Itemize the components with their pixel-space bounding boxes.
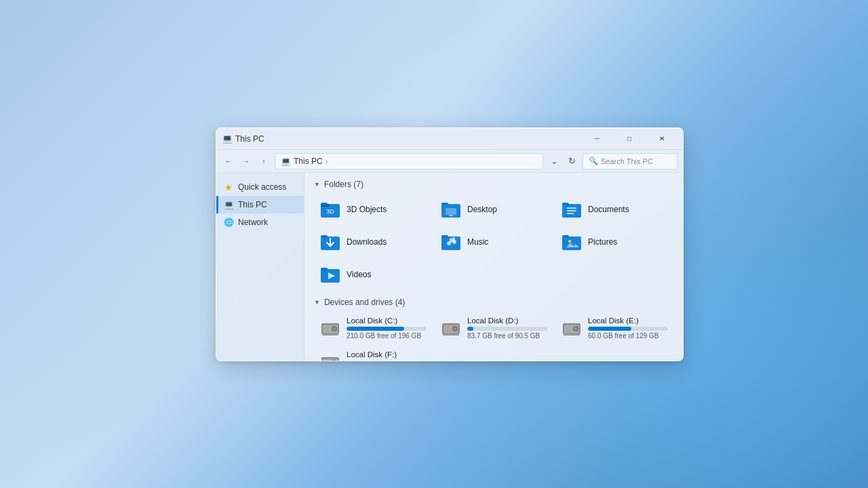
svg-rect-5	[441, 203, 448, 205]
minimize-button[interactable]: ─	[581, 129, 612, 149]
svg-point-18	[452, 240, 456, 244]
back-icon[interactable]: ←	[222, 155, 235, 168]
folders-chevron-icon: ▼	[314, 181, 320, 188]
folder-videos[interactable]: Videos	[314, 260, 432, 289]
folder-pictures[interactable]: Pictures	[555, 227, 673, 257]
drive-c-svg	[319, 318, 341, 340]
drive-d-label: Local Disk (D:)	[467, 317, 547, 325]
svg-rect-29	[322, 333, 338, 336]
folder-3dobjects-label: 3D Objects	[347, 205, 387, 214]
drives-grid: Local Disk (C:) 210.0 GB free of 196 GB	[314, 312, 673, 361]
folder-downloads-icon	[319, 231, 341, 253]
drive-f-svg	[319, 352, 341, 361]
folder-desktop[interactable]: Desktop	[435, 195, 553, 224]
svg-point-21	[568, 240, 571, 243]
folder-pictures-svg	[561, 231, 583, 253]
drive-d-free: 83.7 GB free of 90.5 GB	[467, 332, 547, 340]
svg-point-28	[333, 327, 336, 330]
folder-downloads[interactable]: Downloads	[314, 227, 432, 257]
svg-rect-11	[567, 210, 576, 211]
breadcrumb-root: This PC	[294, 157, 323, 166]
drive-e-svg	[561, 318, 583, 340]
sidebar-item-quick-access[interactable]: ★ Quick access	[216, 178, 304, 196]
sidebar-label-this-pc: This PC	[238, 200, 267, 209]
folder-videos-svg	[319, 264, 341, 285]
main-pane: ▼ Folders (7) 3D 3D Objects	[304, 173, 683, 361]
folders-section-header[interactable]: ▼ Folders (7)	[314, 180, 673, 189]
network-icon: 🌐	[223, 217, 234, 228]
drive-d-icon	[440, 318, 462, 340]
folder-music-label: Music	[467, 237, 488, 247]
drive-d-bar-container	[467, 327, 547, 331]
sidebar-label-network: Network	[238, 218, 268, 227]
drive-e-label: Local Disk (E:)	[588, 317, 668, 325]
up-icon[interactable]: ↑	[257, 155, 271, 168]
sidebar-item-this-pc[interactable]: 💻 This PC	[216, 196, 304, 214]
svg-rect-16	[441, 235, 448, 238]
svg-text:3D: 3D	[326, 208, 334, 215]
drives-section-label: Devices and drives (4)	[324, 298, 405, 307]
svg-rect-34	[443, 333, 459, 336]
breadcrumb[interactable]: 💻 This PC ›	[275, 153, 543, 169]
forward-icon[interactable]: →	[239, 155, 253, 168]
folder-music-svg	[440, 231, 462, 253]
title-bar: 💻 This PC ─ □ ✕	[216, 128, 683, 150]
drive-c-item[interactable]: Local Disk (C:) 210.0 GB free of 196 GB	[314, 312, 432, 344]
dropdown-icon[interactable]: ⌄	[547, 155, 561, 168]
folder-desktop-svg	[440, 199, 462, 220]
folder-downloads-label: Downloads	[347, 237, 387, 247]
folder-videos-label: Videos	[347, 270, 371, 279]
window-icon: 💻	[222, 134, 233, 144]
drive-d-item[interactable]: Local Disk (D:) 83.7 GB free of 90.5 GB	[435, 312, 553, 344]
drive-e-item[interactable]: Local Disk (E:) 60.0 GB free of 129 GB	[555, 312, 673, 344]
svg-rect-7	[449, 215, 453, 216]
drive-e-bar-fill	[588, 327, 631, 331]
folder-3dobjects[interactable]: 3D 3D Objects	[314, 195, 432, 224]
window-title: This PC	[235, 134, 264, 144]
content-area: ★ Quick access 💻 This PC 🌐 Network ▼ Fol…	[216, 173, 683, 361]
explorer-window: 💻 This PC ─ □ ✕ ← → ↑ 💻 This PC › ⌄ ↻ 🔍 …	[216, 127, 684, 361]
folder-documents[interactable]: Documents	[555, 195, 673, 224]
address-bar: ← → ↑ 💻 This PC › ⌄ ↻ 🔍 Search This PC	[216, 150, 683, 173]
sidebar-label-quick-access: Quick access	[238, 182, 286, 192]
svg-rect-14	[321, 235, 328, 238]
refresh-icon[interactable]: ↻	[565, 155, 578, 168]
this-pc-icon: 💻	[223, 199, 234, 210]
drives-section-header[interactable]: ▼ Devices and drives (4)	[314, 298, 673, 307]
folder-music-icon	[440, 231, 462, 253]
svg-rect-2	[321, 203, 328, 205]
drives-chevron-icon: ▼	[314, 299, 320, 306]
drive-c-bar-fill	[347, 327, 404, 331]
folders-grid: 3D 3D Objects Desktop	[314, 195, 673, 289]
search-bar[interactable]: 🔍 Search This PC	[583, 153, 677, 169]
drive-f-item[interactable]: Local Disk (F:) 62.0 GB free of 100 GB	[314, 346, 432, 361]
folder-desktop-icon	[440, 199, 462, 220]
drive-c-label: Local Disk (C:)	[347, 317, 427, 325]
search-icon: 🔍	[589, 157, 598, 165]
svg-rect-12	[567, 213, 574, 214]
maximize-button[interactable]: □	[614, 129, 645, 149]
breadcrumb-sep: ›	[326, 157, 328, 165]
drive-c-icon	[319, 318, 341, 340]
svg-point-38	[574, 327, 577, 330]
drive-e-bar-container	[588, 327, 668, 331]
svg-rect-39	[564, 333, 580, 336]
sidebar: ★ Quick access 💻 This PC 🌐 Network	[216, 173, 304, 361]
sidebar-item-network[interactable]: 🌐 Network	[216, 214, 304, 231]
folder-music[interactable]: Music	[435, 227, 553, 257]
drive-e-info: Local Disk (E:) 60.0 GB free of 129 GB	[588, 317, 668, 340]
folder-documents-svg	[561, 199, 583, 220]
folder-documents-label: Documents	[588, 205, 629, 214]
drive-e-icon	[561, 318, 583, 340]
folder-3dobjects-svg: 3D	[319, 199, 341, 220]
close-button[interactable]: ✕	[646, 129, 677, 149]
drive-c-bar-container	[347, 327, 427, 331]
drive-f-info: Local Disk (F:) 62.0 GB free of 100 GB	[347, 350, 427, 361]
search-placeholder: Search This PC	[601, 157, 653, 165]
svg-point-33	[454, 327, 456, 330]
folder-videos-icon	[319, 264, 341, 285]
svg-rect-9	[562, 203, 569, 205]
drive-c-free: 210.0 GB free of 196 GB	[347, 332, 427, 340]
svg-rect-10	[567, 207, 576, 209]
drive-e-free: 60.0 GB free of 129 GB	[588, 332, 668, 340]
